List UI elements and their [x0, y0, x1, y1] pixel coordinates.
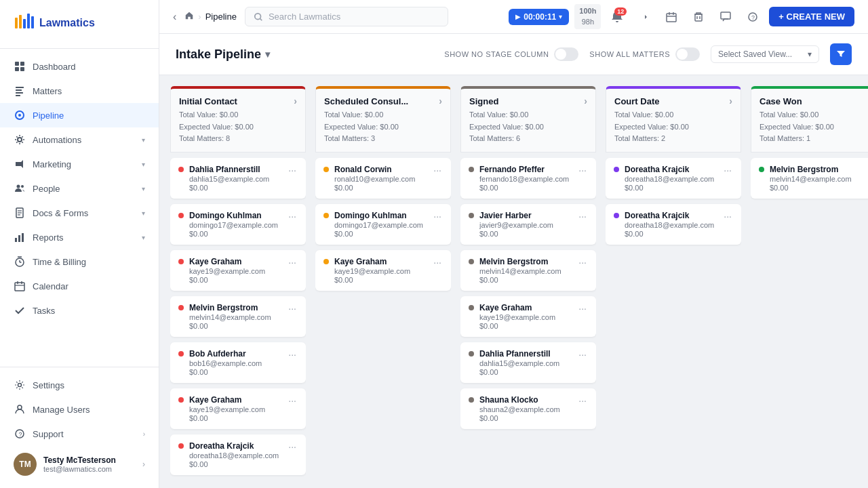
- sidebar-item-docs-forms[interactable]: Docs & Forms ▾: [0, 201, 159, 225]
- card-amount: $0.00: [189, 276, 281, 284]
- saved-view-dropdown[interactable]: Select Saved View... ▾: [711, 45, 819, 63]
- card-body: Kaye Graham kaye19@example.com $0.00: [189, 257, 281, 284]
- sidebar-item-pipeline[interactable]: Pipeline: [0, 103, 159, 127]
- goal-label: 100h: [579, 6, 596, 16]
- marketing-chevron: ▾: [142, 161, 145, 168]
- notification-count: 12: [614, 7, 627, 16]
- card-menu-button[interactable]: ···: [722, 211, 733, 222]
- sidebar-label-dashboard: Dashboard: [33, 62, 76, 72]
- kanban-col-case-won: Case Won › Total Value: $0.00 Expected V…: [751, 86, 868, 477]
- card-menu-button[interactable]: ···: [577, 395, 588, 406]
- card-name: Domingo Kuhlman: [189, 211, 281, 220]
- table-row[interactable]: Dahlia Pfannerstill dahlia15@example.com…: [170, 158, 306, 199]
- chat-button[interactable]: [715, 6, 736, 28]
- card-amount: $0.00: [625, 230, 717, 238]
- no-stage-toggle[interactable]: [554, 47, 578, 61]
- all-matters-toggle[interactable]: [675, 47, 700, 61]
- card-menu-button[interactable]: ···: [432, 165, 443, 176]
- col-header-signed: Signed › Total Value: $0.00 Expected Val…: [460, 86, 596, 152]
- sidebar-item-matters[interactable]: Matters: [0, 79, 159, 103]
- settings-icon: [14, 379, 26, 391]
- sidebar-item-automations[interactable]: Automations ▾: [0, 127, 159, 152]
- home-icon[interactable]: [184, 11, 194, 22]
- card-name: Bob Aufderhar: [189, 349, 281, 359]
- table-row[interactable]: Doreatha Krajcik doreatha18@example.com …: [170, 434, 306, 475]
- sidebar-label-docs: Docs & Forms: [33, 208, 88, 218]
- kanban-board: Initial Contact › Total Value: $0.00 Exp…: [159, 75, 868, 488]
- table-row[interactable]: Shauna Klocko shauna2@example.com $0.00 …: [460, 388, 596, 429]
- pipeline-title-chevron[interactable]: ▾: [265, 49, 270, 60]
- table-row[interactable]: Ronald Corwin ronald10@example.com $0.00…: [315, 158, 451, 199]
- table-row[interactable]: Doreatha Krajcik doreatha18@example.com …: [606, 158, 741, 199]
- card-menu-button[interactable]: ···: [287, 441, 298, 452]
- card-body: Kaye Graham kaye19@example.com $0.00: [334, 257, 427, 284]
- card-menu-button[interactable]: ···: [287, 395, 298, 406]
- card-menu-button[interactable]: ···: [287, 303, 298, 314]
- table-row[interactable]: Bob Aufderhar bob16@example.com $0.00 ··…: [170, 342, 306, 383]
- card-menu-button[interactable]: ···: [287, 257, 298, 268]
- table-row[interactable]: Melvin Bergstrom melvin14@example.com $0…: [751, 158, 868, 199]
- filter-icon: [836, 49, 846, 59]
- sidebar-item-people[interactable]: People ▾: [0, 176, 159, 201]
- card-menu-button[interactable]: ···: [287, 165, 298, 176]
- card-menu-button[interactable]: ···: [577, 349, 588, 360]
- sidebar-item-manage-users[interactable]: Manage Users: [0, 397, 159, 422]
- card-menu-button[interactable]: ···: [577, 165, 588, 176]
- card-body: Shauna Klocko shauna2@example.com $0.00: [479, 395, 572, 422]
- table-row[interactable]: Javier Harber javier9@example.com $0.00 …: [460, 204, 596, 245]
- help-button[interactable]: ?: [742, 6, 764, 28]
- card-menu-button[interactable]: ···: [577, 211, 588, 222]
- table-row[interactable]: Kaye Graham kaye19@example.com $0.00 ···: [460, 296, 596, 337]
- notifications-button[interactable]: 12: [606, 6, 628, 28]
- svg-rect-39: [667, 14, 676, 22]
- table-row[interactable]: Domingo Kuhlman domingo17@example.com $0…: [170, 204, 306, 245]
- table-row[interactable]: Fernando Pfeffer fernando18@example.com …: [460, 158, 596, 199]
- card-email: doreatha18@example.com: [625, 175, 717, 183]
- card-menu-button[interactable]: ···: [287, 349, 298, 360]
- sidebar-item-reports[interactable]: Reports ▾: [0, 225, 159, 249]
- table-row[interactable]: Kaye Graham kaye19@example.com $0.00 ···: [170, 388, 306, 429]
- table-row[interactable]: Melvin Bergstrom melvin14@example.com $0…: [460, 250, 596, 291]
- card-menu-button[interactable]: ···: [577, 257, 588, 268]
- card-menu-button[interactable]: ···: [432, 211, 443, 222]
- card-menu-button[interactable]: ···: [577, 303, 588, 314]
- table-row[interactable]: Melvin Bergstrom melvin14@example.com $0…: [170, 296, 306, 337]
- forward-button[interactable]: [633, 6, 655, 28]
- card-amount: $0.00: [479, 230, 572, 238]
- sidebar-toggle[interactable]: ‹: [173, 11, 176, 23]
- calendar-icon-btn[interactable]: [660, 6, 682, 28]
- sidebar-item-tasks[interactable]: Tasks: [0, 298, 159, 323]
- sidebar-item-marketing[interactable]: Marketing ▾: [0, 152, 159, 176]
- table-row[interactable]: Domingo Kuhlman domingo17@example.com $0…: [315, 204, 451, 245]
- card-menu-button[interactable]: ···: [722, 165, 733, 176]
- card-body: Melvin Bergstrom melvin14@example.com $0…: [770, 165, 862, 192]
- table-row[interactable]: Kaye Graham kaye19@example.com $0.00 ···: [315, 250, 451, 291]
- sidebar-item-settings[interactable]: Settings: [0, 373, 159, 397]
- timer-button[interactable]: ▶ 00:00:11 ▾: [509, 9, 569, 25]
- card-amount: $0.00: [479, 414, 572, 422]
- sidebar-item-support[interactable]: ? Support ›: [0, 422, 159, 446]
- table-row[interactable]: Doreatha Krajcik doreatha18@example.com …: [606, 204, 741, 245]
- table-row[interactable]: Kaye Graham kaye19@example.com $0.00 ···: [170, 250, 306, 291]
- all-matters-control: SHOW ALL MATTERS: [589, 47, 700, 61]
- card-menu-button[interactable]: ···: [432, 257, 443, 268]
- col-cards-initial-contact: Dahlia Pfannerstill dahlia15@example.com…: [170, 158, 306, 477]
- svg-rect-12: [16, 95, 20, 96]
- logo: Lawmatics: [14, 12, 95, 34]
- sidebar-item-dashboard[interactable]: Dashboard: [0, 54, 159, 79]
- table-row[interactable]: Dahlia Pfannerstill dahlia15@example.com…: [460, 342, 596, 383]
- card-dot: [323, 213, 329, 218]
- sidebar-item-calendar[interactable]: Calendar: [0, 274, 159, 298]
- create-new-button[interactable]: + CREATE NEW: [769, 7, 854, 26]
- card-menu-button[interactable]: ···: [287, 211, 298, 222]
- trash-button[interactable]: [688, 6, 709, 28]
- card-email: doreatha18@example.com: [189, 451, 281, 460]
- card-body: Doreatha Krajcik doreatha18@example.com …: [625, 211, 717, 238]
- card-email: kaye19@example.com: [189, 405, 281, 413]
- filter-button[interactable]: [830, 43, 852, 65]
- sidebar-item-time-billing[interactable]: Time & Billing: [0, 249, 159, 274]
- logo-icon: [14, 12, 35, 34]
- search-box[interactable]: Search Lawmatics: [245, 7, 448, 26]
- svg-point-16: [17, 185, 20, 188]
- user-profile[interactable]: TM Testy McTesterson test@lawmatics.com …: [0, 446, 159, 483]
